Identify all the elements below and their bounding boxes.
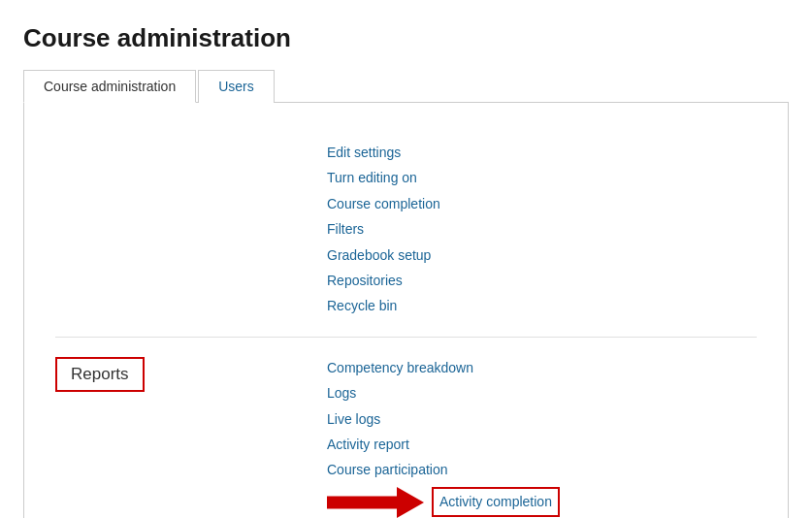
link-repositories[interactable]: Repositories (327, 270, 440, 291)
content-area: Edit settings Turn editing on Course com… (23, 103, 789, 518)
tab-course-administration[interactable]: Course administration (23, 70, 196, 103)
link-activity-report[interactable]: Activity report (327, 434, 560, 455)
link-activity-completion[interactable]: Activity completion (432, 487, 560, 516)
section-general: Edit settings Turn editing on Course com… (55, 126, 757, 338)
link-course-completion[interactable]: Course completion (327, 193, 440, 214)
activity-completion-row: Activity completion (327, 487, 560, 518)
page-container: Course administration Course administrat… (0, 0, 812, 518)
link-turn-editing-on[interactable]: Turn editing on (327, 167, 440, 188)
reports-links: Competency breakdown Logs Live logs Acti… (327, 357, 560, 518)
link-edit-settings[interactable]: Edit settings (327, 142, 440, 163)
tab-bar: Course administration Users (23, 69, 789, 103)
general-links: Edit settings Turn editing on Course com… (327, 142, 440, 317)
red-arrow-icon (327, 487, 424, 518)
link-competency-breakdown[interactable]: Competency breakdown (327, 357, 560, 378)
section-reports: Reports Competency breakdown Logs Live l… (55, 338, 757, 518)
tab-users[interactable]: Users (198, 70, 275, 103)
link-gradebook-setup[interactable]: Gradebook setup (327, 244, 440, 266)
section-reports-label: Reports (55, 357, 145, 392)
link-course-participation[interactable]: Course participation (327, 459, 560, 480)
section-reports-label-wrapper: Reports (55, 357, 327, 392)
link-recycle-bin[interactable]: Recycle bin (327, 295, 440, 316)
link-live-logs[interactable]: Live logs (327, 408, 560, 430)
page-title: Course administration (23, 23, 789, 53)
link-logs[interactable]: Logs (327, 382, 560, 404)
link-filters[interactable]: Filters (327, 218, 440, 240)
